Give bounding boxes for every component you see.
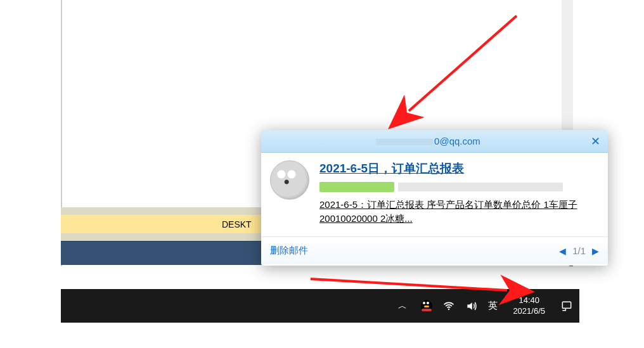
avatar — [270, 160, 309, 200]
system-tray: ︿ 英 14:40 2021/6/5 — [394, 295, 573, 317]
email-suffix: 0@qq.com — [434, 136, 480, 146]
close-button[interactable]: ✕ — [589, 134, 602, 148]
action-center-icon[interactable] — [560, 300, 573, 313]
taskbar-clock[interactable]: 14:40 2021/6/5 — [508, 295, 550, 317]
pager-text: 1/1 — [572, 245, 586, 256]
sender-email: 0@qq.com — [267, 136, 589, 146]
taskbar: ︿ 英 14:40 2021/6/5 — [61, 289, 579, 323]
mail-notification-popup: 0@qq.com ✕ 2021-6-5日，订单汇总报表 2021-6-5：订单汇… — [261, 130, 608, 266]
status-text: DESKT — [222, 219, 252, 229]
svg-rect-1 — [562, 302, 570, 308]
next-arrow-icon[interactable]: ▶ — [592, 246, 599, 256]
clock-time: 14:40 — [513, 295, 545, 306]
redacted-meta — [398, 183, 563, 191]
volume-icon[interactable] — [465, 300, 478, 313]
wifi-icon[interactable] — [442, 300, 455, 313]
redacted-sender — [319, 182, 394, 192]
tray-overflow-icon[interactable]: ︿ — [394, 297, 411, 316]
ime-indicator[interactable]: 英 — [488, 300, 498, 312]
pager: ◀ 1/1 ▶ — [559, 245, 599, 256]
popup-content: 2021-6-5日，订单汇总报表 2021-6-5：订单汇总报表 序号产品名订单… — [319, 160, 599, 233]
mail-preview[interactable]: 2021-6-5：订单汇总报表 序号产品名订单数单价总价 1车厘子2001002… — [319, 198, 599, 226]
clock-date: 2021/6/5 — [513, 306, 545, 317]
mail-meta — [319, 180, 599, 194]
close-icon: ✕ — [591, 135, 600, 148]
delete-mail-button[interactable]: 删除邮件 — [270, 245, 308, 257]
popup-footer: 删除邮件 ◀ 1/1 ▶ — [261, 236, 608, 264]
prev-arrow-icon[interactable]: ◀ — [559, 246, 566, 256]
svg-point-0 — [448, 308, 449, 309]
redacted-text — [376, 139, 433, 145]
qq-tray-icon[interactable] — [421, 300, 432, 313]
popup-body: 2021-6-5日，订单汇总报表 2021-6-5：订单汇总报表 序号产品名订单… — [261, 153, 608, 236]
mail-subject-link[interactable]: 2021-6-5日，订单汇总报表 — [319, 160, 464, 177]
popup-header: 0@qq.com ✕ — [261, 130, 608, 153]
